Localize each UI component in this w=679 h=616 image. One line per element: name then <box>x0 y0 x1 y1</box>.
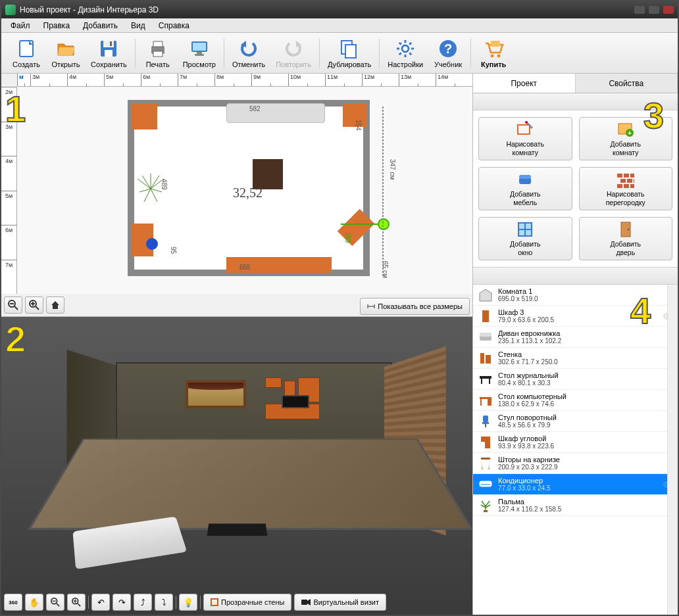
redo-button[interactable]: Повторить <box>270 37 316 70</box>
tilt-up-button[interactable]: ⤴ <box>134 594 152 611</box>
object-name: Стул поворотный <box>498 414 672 421</box>
rotate-left-button[interactable]: ↶ <box>91 594 110 611</box>
window-3d[interactable] <box>186 380 245 408</box>
swivel-chair[interactable] <box>146 238 158 250</box>
object-item[interactable]: Стенка 302.6 x 71.7 x 250.0 <box>473 348 678 369</box>
corner-icon <box>478 435 493 450</box>
create-button[interactable]: Создать <box>7 37 46 70</box>
zoom-out-3d-button[interactable] <box>46 594 64 611</box>
action-door[interactable]: Добавитьдверь <box>579 217 673 260</box>
object-item[interactable]: Шкаф угловой 93.9 x 93.8 x 223.6 <box>473 432 678 453</box>
sofa-eurobook[interactable] <box>226 103 325 123</box>
action-draw-room[interactable]: Нарисоватькомнату <box>478 117 572 160</box>
ruler-tick: 5м <box>104 74 141 86</box>
object-item[interactable]: Стул поворотный 48.5 x 56.6 x 79.9 <box>473 411 678 432</box>
plan-2d-view[interactable]: м 3м4м5м6м7м8м9м10м11м12м13м14м 2м3м4м5м… <box>1 74 472 317</box>
lighting-button[interactable]: 💡 <box>179 594 197 611</box>
svg-rect-60 <box>627 179 632 183</box>
object-dims: 127.4 x 116.2 x 158.5 <box>498 506 672 513</box>
pan-button[interactable]: ✋ <box>25 594 43 611</box>
action-window[interactable]: Добавитьокно <box>478 217 572 260</box>
ruler-tick: 12м <box>362 74 399 86</box>
svg-rect-87 <box>480 481 491 486</box>
print-button[interactable]: Печать <box>138 37 178 70</box>
toolbar-label: Купить <box>481 60 506 68</box>
svg-rect-78 <box>481 379 482 384</box>
object-item[interactable]: Шторы на карнизе 200.9 x 20.3 x 222.9 <box>473 453 678 474</box>
save-button[interactable]: Сохранить <box>86 37 132 70</box>
object-item[interactable]: Диван еврокнижка 235.1 x 113.1 x 102.2 <box>473 327 678 348</box>
wardrobe-icon <box>478 309 493 323</box>
object-dims: 77.0 x 33.0 x 24.5 <box>498 485 663 492</box>
action-wall[interactable]: Нарисоватьперегородку <box>579 167 673 210</box>
svg-rect-58 <box>630 174 634 178</box>
menu-Файл[interactable]: Файл <box>4 20 37 32</box>
menu-Правка[interactable]: Правка <box>37 20 77 32</box>
object-list[interactable]: 4 Комната 1 695.0 x 519.0 Шкаф 3 79.0 x … <box>473 285 678 615</box>
svg-rect-82 <box>488 399 491 406</box>
tab-Проект[interactable]: Проект <box>473 74 576 93</box>
corner-wardrobe[interactable] <box>131 103 157 130</box>
zoom-out-button[interactable] <box>4 296 22 314</box>
settings-button[interactable]: Настройки <box>382 37 428 70</box>
object-name: Стол журнальный <box>498 371 672 379</box>
rotate-360-button[interactable]: 360 <box>4 594 22 611</box>
transparent-walls-button[interactable]: Прозрачные стены <box>203 594 291 611</box>
ruler-tick: 4м <box>1 156 16 191</box>
ruler-tick: 6м <box>1 225 16 260</box>
tab-Свойства[interactable]: Свойства <box>576 74 678 93</box>
objects-header <box>473 268 678 285</box>
action-add-room[interactable]: +Добавитькомнату <box>579 117 673 160</box>
minimize-button[interactable] <box>634 6 645 14</box>
object-dims: 695.0 x 519.0 <box>498 295 672 302</box>
help-button[interactable]: ?Учебник <box>428 37 468 70</box>
toolbar-label: Печать <box>146 60 170 68</box>
open-button[interactable]: Открыть <box>46 37 86 70</box>
show-all-dims-button[interactable]: Показывать все размеры <box>360 298 470 315</box>
dup-button[interactable]: Дублировать <box>322 37 376 70</box>
buy-button[interactable]: Купить <box>474 37 513 70</box>
plan-canvas[interactable]: 32,52 582 154 489 95 665 159 347 см 65 с… <box>17 87 472 294</box>
preview-button[interactable]: Просмотр <box>178 37 221 70</box>
undo-button[interactable]: Отменить <box>227 37 270 70</box>
object-item[interactable]: Стол журнальный 80.4 x 80.1 x 30.3 <box>473 369 678 390</box>
tv-3d[interactable] <box>282 395 309 408</box>
maximize-button[interactable] <box>649 6 659 14</box>
dim-top: 582 <box>249 105 261 112</box>
object-item[interactable]: Комната 1 695.0 x 519.0 <box>473 285 678 306</box>
scrollbar[interactable] <box>667 285 678 615</box>
gear-icon <box>395 38 416 59</box>
tilt-down-button[interactable]: ⤵ <box>155 594 173 611</box>
close-button[interactable] <box>663 6 674 14</box>
table-3d[interactable] <box>207 523 268 536</box>
menu-Справка[interactable]: Справка <box>152 20 196 32</box>
zoom-in-button[interactable] <box>25 296 43 314</box>
view-3d[interactable]: 360 ✋ ↶ ↷ ⤴ ⤵ 💡 Прозрачные стены <box>1 317 472 615</box>
menu-Вид[interactable]: Вид <box>124 20 152 32</box>
rotate-right-button[interactable]: ↷ <box>113 594 131 611</box>
main-toolbar: СоздатьОткрытьСохранитьПечатьПросмотрОтм… <box>1 33 678 74</box>
room-3d[interactable] <box>41 343 459 582</box>
action-label: Нарисоватькомнату <box>506 140 544 156</box>
object-item[interactable]: Стол компьютерный 138.0 x 62.9 x 74.6 <box>473 390 678 411</box>
action-label: Добавитьокно <box>510 240 540 256</box>
action-add-furniture[interactable]: Добавитьмебель <box>478 167 572 210</box>
svg-rect-48 <box>301 600 307 605</box>
toolbar-label: Создать <box>13 60 40 68</box>
room-outline[interactable]: 32,52 582 154 489 95 665 159 <box>128 100 370 276</box>
corner-desk[interactable] <box>338 209 375 247</box>
svg-rect-55 <box>519 175 531 179</box>
object-item[interactable]: Шкаф 3 79.0 x 63.6 x 200.5 <box>473 306 678 327</box>
object-item[interactable]: Пальма 127.4 x 116.2 x 158.5 <box>473 495 678 516</box>
zoom-in-3d-button[interactable] <box>67 594 86 611</box>
svg-rect-10 <box>197 52 202 54</box>
virtual-visit-button[interactable]: Виртуальный визит <box>294 594 386 611</box>
door-2d[interactable] <box>161 272 180 276</box>
object-item[interactable]: Кондиционер 77.0 x 33.0 x 24.5 <box>473 474 678 495</box>
object-name: Шкаф угловой <box>498 435 672 442</box>
menu-Добавить[interactable]: Добавить <box>76 20 124 32</box>
selection-handle[interactable] <box>378 218 390 230</box>
object-dims: 79.0 x 63.6 x 200.5 <box>498 316 663 323</box>
toolbar-label: Отменить <box>232 60 265 68</box>
home-button[interactable] <box>46 296 64 314</box>
